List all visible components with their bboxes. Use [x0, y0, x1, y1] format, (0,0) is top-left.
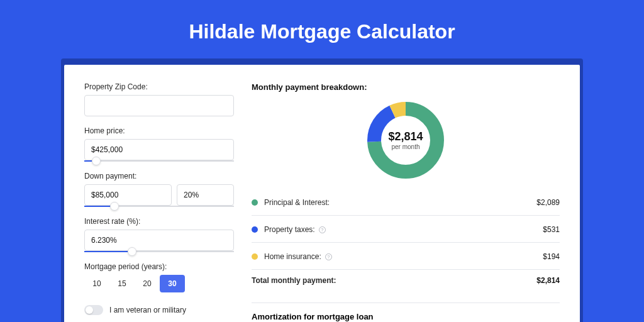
period-label: Mortgage period (years): — [84, 262, 234, 271]
period-tab-20[interactable]: 20 — [135, 275, 160, 292]
dot-icon — [252, 253, 258, 260]
donut-chart-wrap: $2,814 per month — [252, 99, 560, 181]
home-price-slider[interactable] — [84, 160, 234, 162]
li-value: $2,089 — [536, 198, 560, 207]
info-icon[interactable]: ? — [319, 226, 326, 233]
info-icon[interactable]: ? — [325, 253, 332, 260]
donut-center: $2,814 per month — [365, 99, 447, 181]
card-shadow: Property Zip Code: Home price: Down paym… — [61, 58, 583, 322]
down-payment-label: Down payment: — [84, 172, 234, 180]
divider — [252, 242, 560, 243]
li-label: Home insurance: ? — [264, 252, 543, 261]
field-interest-rate: Interest rate (%): — [84, 217, 234, 252]
interest-rate-slider[interactable] — [84, 251, 234, 252]
total-row: Total monthly payment: $2,814 — [252, 269, 560, 291]
home-price-label: Home price: — [84, 126, 234, 135]
down-payment-slider[interactable] — [84, 206, 234, 207]
veteran-row: I am veteran or military — [84, 305, 234, 315]
field-home-price: Home price: — [84, 126, 234, 162]
line-item-principal: Principal & Interest: $2,089 — [252, 192, 560, 213]
donut-amount: $2,814 — [388, 130, 423, 143]
breakdown-panel: Monthly payment breakdown: $2,814 per mo… — [252, 82, 560, 322]
dot-icon — [252, 226, 258, 233]
li-value: $531 — [543, 225, 560, 234]
home-price-input[interactable] — [84, 139, 234, 160]
amortization-title: Amortization for mortgage loan — [252, 303, 560, 321]
donut-sub: per month — [391, 143, 419, 150]
field-down-payment: Down payment: — [84, 172, 234, 207]
input-panel: Property Zip Code: Home price: Down paym… — [84, 82, 234, 322]
slider-thumb[interactable] — [92, 157, 101, 165]
donut-chart: $2,814 per month — [365, 99, 447, 181]
li-value: $194 — [543, 252, 560, 261]
down-payment-pct-input[interactable] — [177, 184, 234, 206]
period-tab-30[interactable]: 30 — [160, 275, 185, 292]
calculator-card: Property Zip Code: Home price: Down paym… — [64, 65, 580, 322]
toggle-knob — [86, 306, 93, 314]
slider-thumb[interactable] — [110, 202, 119, 211]
field-period: Mortgage period (years): 10 15 20 30 — [84, 262, 234, 292]
veteran-label: I am veteran or military — [109, 306, 186, 314]
line-item-taxes: Property taxes: ? $531 — [252, 219, 560, 240]
dot-icon — [252, 199, 258, 206]
page-title: Hildale Mortgage Calculator — [0, 0, 644, 58]
li-label: Principal & Interest: — [264, 198, 536, 207]
line-item-insurance: Home insurance: ? $194 — [252, 247, 560, 267]
down-payment-amount-input[interactable] — [84, 184, 172, 206]
period-tab-15[interactable]: 15 — [109, 275, 135, 292]
slider-thumb[interactable] — [128, 247, 136, 256]
zip-label: Property Zip Code: — [84, 82, 234, 91]
total-label: Total monthly payment: — [252, 276, 536, 285]
interest-rate-label: Interest rate (%): — [84, 217, 234, 226]
interest-rate-input[interactable] — [84, 230, 234, 251]
li-label: Property taxes: ? — [264, 225, 543, 234]
zip-input[interactable] — [84, 95, 234, 116]
field-zip: Property Zip Code: — [84, 82, 234, 116]
period-tabs: 10 15 20 30 — [84, 275, 234, 292]
period-tab-10[interactable]: 10 — [84, 275, 109, 292]
divider — [252, 215, 560, 216]
total-value: $2,814 — [536, 276, 560, 285]
veteran-toggle[interactable] — [84, 305, 103, 315]
breakdown-title: Monthly payment breakdown: — [252, 82, 560, 92]
